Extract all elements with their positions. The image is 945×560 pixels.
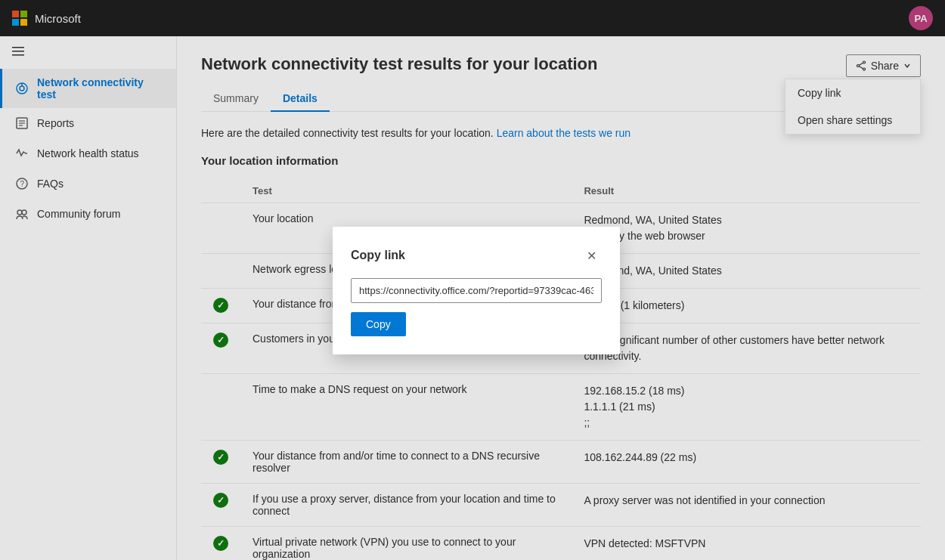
modal-header: Copy link ✕	[351, 245, 602, 266]
modal-url-input[interactable]	[351, 278, 602, 303]
modal-title: Copy link	[351, 249, 405, 262]
modal-close-button[interactable]: ✕	[581, 245, 602, 266]
copy-link-modal: Copy link ✕ Copy	[333, 227, 620, 354]
modal-overlay: Copy link ✕ Copy	[0, 0, 945, 560]
modal-copy-button[interactable]: Copy	[351, 312, 406, 336]
